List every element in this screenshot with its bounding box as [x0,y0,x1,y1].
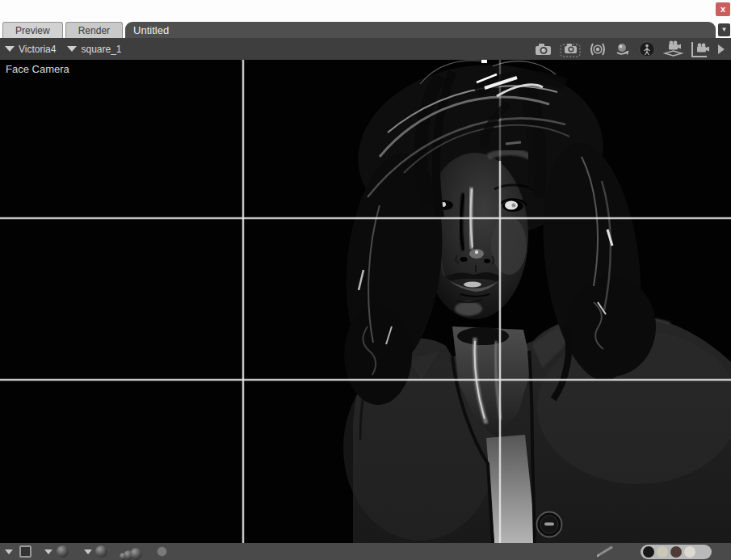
camera-name-label: Face Camera [6,63,69,75]
tab-render[interactable]: Render [65,22,123,38]
document-style-dropdown[interactable] [5,543,13,560]
document-style-box-icon[interactable] [19,543,32,560]
camera-toolbar: Victoria4 square_1 [0,38,731,60]
element-dropdown[interactable]: square_1 [67,44,121,55]
chevron-down-icon [67,46,77,52]
tab-preview[interactable]: Preview [2,22,63,38]
shadow-color-swatch[interactable] [670,546,682,558]
jacket-button [537,512,562,537]
lens-icon[interactable] [587,41,608,57]
foreground-color-swatch[interactable] [643,546,654,558]
color-swatch-pill [641,545,712,559]
background-color-swatch[interactable] [657,546,668,558]
camera-controls [532,40,726,58]
element-style-dropdown[interactable] [84,543,92,560]
edit-pencil-icon[interactable] [594,543,616,560]
chevron-down-icon [84,549,92,554]
figure-style-dropdown[interactable] [44,543,53,560]
viewport-render [0,60,731,543]
guide-tick [481,60,487,63]
orbit-sphere-icon[interactable] [614,41,632,57]
movie-camera-corner-icon[interactable] [690,40,711,58]
figure-sphere-icon[interactable] [637,40,657,58]
title-strip: x [0,0,731,20]
figure-dropdown[interactable]: Victoria4 [5,44,56,55]
multi-style-icon[interactable] [123,543,142,560]
photo-camera-icon[interactable] [532,41,553,57]
chevron-down-icon [5,549,13,554]
flash-camera-icon[interactable] [559,41,582,57]
display-style-bar [0,543,731,560]
figure-style-sphere-icon[interactable] [57,543,69,560]
document-title-tab[interactable]: Untitled [125,22,716,38]
tab-bar: Preview Render Untitled ▼ [0,20,731,38]
preview-viewport[interactable]: Face Camera [0,60,731,543]
figure-dropdown-label: Victoria4 [19,44,56,55]
chevron-down-icon [5,46,15,52]
element-style-sphere-icon[interactable] [95,543,107,560]
expand-more-icon[interactable] [716,41,726,57]
close-button[interactable]: x [716,2,730,16]
ground-color-swatch[interactable] [684,546,695,558]
flat-style-icon[interactable] [157,543,167,560]
element-dropdown-label: square_1 [81,44,121,55]
poser-document-window: x Preview Render Untitled ▼ Victoria4 sq… [0,0,731,560]
tab-overflow-button[interactable]: ▼ [718,23,730,36]
chevron-down-icon [44,549,53,554]
movie-camera-plane-icon[interactable] [662,40,684,58]
